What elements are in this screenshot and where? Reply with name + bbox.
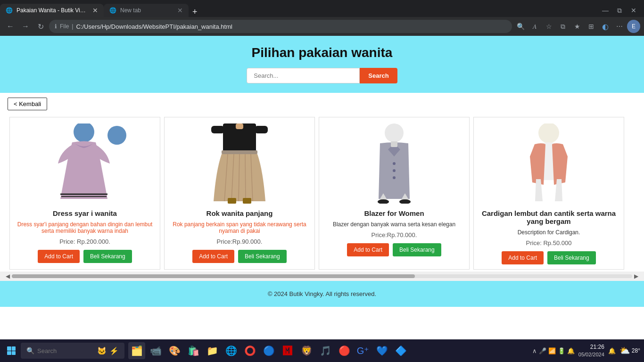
nav-bar: ← → ↻ ℹ File | C:/Users/Hp/Downloads/Web…: [0, 17, 644, 36]
product-image-2: [192, 122, 287, 205]
taskbar-app-red[interactable]: 🅼: [279, 342, 296, 359]
cardigan-visual: [509, 123, 589, 204]
spotify-icon: 🎵: [320, 345, 331, 356]
dev-icon: 🔷: [395, 345, 407, 356]
back-nav-button[interactable]: ←: [4, 20, 17, 33]
page-title: Pilihan pakaian wanita: [0, 45, 644, 60]
tab2-close[interactable]: ✕: [177, 7, 183, 14]
taskbar-app-brave[interactable]: 🦁: [298, 342, 315, 359]
weather-icon: ⛅: [619, 346, 630, 356]
clock-time: 21:26: [578, 343, 604, 351]
product-image-1: [38, 122, 132, 205]
tab1-close[interactable]: ✕: [92, 7, 98, 14]
back-button[interactable]: < Kembali: [8, 98, 47, 110]
new-tab-button[interactable]: +: [189, 7, 201, 17]
tab-pakaian[interactable]: 🌐 Pakaian Wanita - Butik Vingky ✕: [0, 4, 104, 17]
product-actions-1: Add to Cart Beli Sekarang: [15, 250, 155, 263]
skirt-visual: [202, 123, 277, 204]
refresh-button[interactable]: ↻: [34, 20, 47, 33]
taskbar-app-figma[interactable]: 🎨: [166, 342, 183, 359]
product-card-4: Cardigan lembut dan cantik serta warna y…: [473, 117, 624, 270]
taskbar-app-vscode[interactable]: 💙: [373, 342, 390, 359]
svg-point-2: [74, 123, 94, 142]
taskbar-search-input[interactable]: [37, 347, 94, 354]
taskbar-search-icon: 🔍: [26, 347, 34, 354]
forward-nav-button[interactable]: →: [19, 20, 32, 33]
taskbar-search-extra2: ⚡: [109, 346, 119, 355]
taskbar-app-opera[interactable]: ⭕: [241, 342, 258, 359]
scroll-left-arrow[interactable]: ◀: [4, 273, 12, 280]
product-image-3: [347, 122, 441, 205]
svg-rect-8: [255, 126, 268, 133]
scrollbar-track[interactable]: [12, 274, 632, 278]
taskbar-app-chrome[interactable]: 🔴: [336, 342, 353, 359]
weather-widget: ⛅ 28°: [619, 346, 640, 356]
mic-icon[interactable]: 🎤: [539, 347, 546, 354]
product-price-4: Price: Rp.50.000: [479, 239, 619, 247]
read-aloud-button[interactable]: 𝐴: [528, 20, 541, 33]
opera-icon: ⭕: [244, 345, 256, 356]
svg-point-0: [107, 126, 126, 145]
footer-text: © 2024 Butik Vingky. All rights reserved…: [268, 290, 376, 297]
tab2-favicon: 🌐: [109, 7, 116, 14]
taskbar-app-files[interactable]: 🗂️: [128, 342, 145, 359]
product-desc-4: Description for Cardigan.: [479, 229, 619, 236]
buy-now-btn-4[interactable]: Beli Sekarang: [547, 251, 596, 264]
svg-line-13: [245, 154, 246, 201]
bookmark-button[interactable]: ☆: [542, 20, 555, 33]
windows-logo: [7, 346, 16, 355]
tab2-label: New tab: [120, 7, 141, 14]
taskbar-app-gplus[interactable]: G⁺: [355, 342, 372, 359]
product-card-1: Dress syar i wanita Dress syar'i panjang…: [9, 117, 160, 270]
zoom-button[interactable]: 🔍: [514, 20, 527, 33]
collections-button[interactable]: ⊞: [585, 20, 598, 33]
taskbar-app-dev[interactable]: 🔷: [392, 342, 409, 359]
more-button[interactable]: ⋯: [613, 20, 626, 33]
split-button[interactable]: ⧉: [556, 20, 570, 33]
start-button[interactable]: [4, 343, 19, 358]
app-red-icon: 🅼: [283, 346, 292, 356]
taskbar-app-browser2[interactable]: 🔵: [260, 342, 277, 359]
add-to-cart-btn-4[interactable]: Add to Cart: [502, 251, 544, 264]
notifications-badge[interactable]: 🔔: [608, 347, 616, 354]
search-button[interactable]: Search: [360, 68, 397, 83]
taskbar-app-teams[interactable]: 📹: [147, 342, 164, 359]
add-to-cart-btn-1[interactable]: Add to Cart: [38, 250, 80, 263]
buy-now-btn-3[interactable]: Beli Sekarang: [393, 243, 441, 256]
battery-icon[interactable]: 🔋: [558, 347, 565, 354]
product-card-2: Rok wanita panjang Rok panjang berkain s…: [164, 117, 315, 270]
favorites-button[interactable]: ★: [570, 20, 584, 33]
add-to-cart-btn-2[interactable]: Add to Cart: [192, 250, 234, 263]
back-section: < Kembali: [0, 93, 644, 115]
tab-newtab[interactable]: 🌐 New tab ✕: [104, 4, 189, 17]
profile-avatar[interactable]: E: [627, 20, 640, 33]
minimize-button[interactable]: —: [599, 4, 612, 17]
system-tray-icons: ∧ 🎤 📶 🔋 🔔: [532, 347, 575, 354]
svg-point-22: [393, 169, 396, 172]
taskbar-app-spotify[interactable]: 🎵: [317, 342, 334, 359]
address-bar[interactable]: ℹ File | C:/Users/Hp/Downloads/WebsitePT…: [49, 20, 512, 33]
scroll-right-arrow[interactable]: ▶: [632, 273, 640, 280]
expand-tray-icon[interactable]: ∧: [532, 347, 537, 354]
restore-button[interactable]: ⧉: [613, 4, 626, 17]
svg-rect-26: [391, 141, 397, 147]
taskbar-app-store[interactable]: 🛍️: [185, 342, 202, 359]
notification-icon[interactable]: 🔔: [567, 347, 575, 354]
buy-now-btn-1[interactable]: Beli Sekarang: [83, 250, 132, 263]
search-input[interactable]: [247, 68, 360, 83]
wifi-icon[interactable]: 📶: [548, 347, 556, 354]
taskbar-app-edge[interactable]: 🌐: [223, 342, 239, 359]
store-icon: 🛍️: [188, 345, 199, 356]
add-to-cart-btn-3[interactable]: Add to Cart: [347, 243, 389, 256]
svg-point-28: [538, 123, 559, 143]
close-button[interactable]: ✕: [627, 4, 640, 17]
taskbar-search[interactable]: 🔍 🐱 ⚡: [21, 343, 124, 359]
copilot-button[interactable]: ◐: [599, 20, 612, 33]
scrollbar-thumb[interactable]: [12, 274, 415, 278]
svg-rect-15: [228, 198, 236, 204]
taskbar-apps: 🗂️ 📹 🎨 🛍️ 📁 🌐 ⭕ 🔵 🅼 🦁 🎵: [128, 342, 409, 359]
taskbar-app-explorer[interactable]: 📁: [204, 342, 221, 359]
svg-rect-16: [243, 198, 251, 204]
taskbar-clock[interactable]: 21:26 05/02/2024: [578, 343, 604, 358]
buy-now-btn-2[interactable]: Beli Sekarang: [238, 250, 287, 263]
